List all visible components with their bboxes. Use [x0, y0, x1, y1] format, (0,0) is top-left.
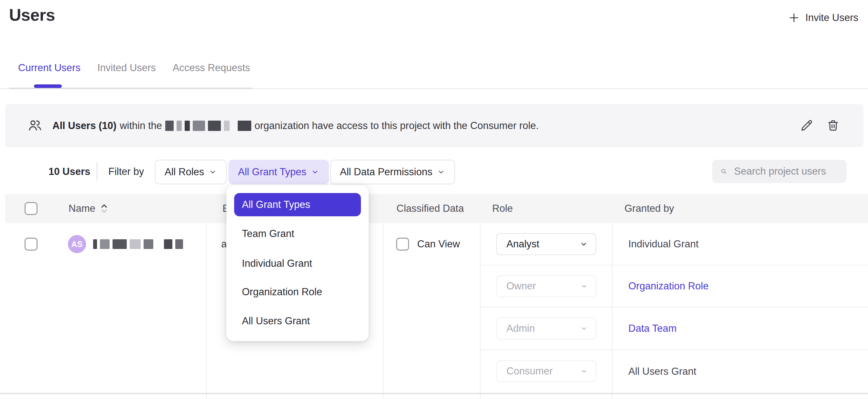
row-checkbox[interactable]: [25, 238, 37, 251]
filter-all-data-permissions-label: All Data Permissions: [340, 166, 432, 178]
filter-all-data-permissions[interactable]: All Data Permissions: [330, 160, 455, 184]
column-divider: [480, 223, 480, 393]
granted-by-value: Individual Grant: [628, 223, 699, 265]
banner-post-text: organization have access to this project…: [254, 120, 539, 132]
chevron-down-icon: [311, 168, 319, 176]
banner-pre-text: within the: [120, 120, 162, 132]
plus-icon: [788, 12, 800, 24]
edit-banner-button[interactable]: [798, 117, 815, 134]
column-header-name: Name: [68, 203, 95, 214]
banner-text: All Users (10) within the organization h…: [52, 104, 539, 147]
filter-all-grant-types[interactable]: All Grant Types: [228, 160, 329, 184]
redacted-user-name: [93, 239, 183, 249]
chevron-down-icon: [580, 240, 588, 248]
filter-all-roles-label: All Roles: [165, 166, 204, 178]
filter-all-grant-types-label: All Grant Types: [238, 166, 306, 178]
toolbar-divider: [97, 163, 97, 180]
chevron-down-icon: [209, 168, 217, 176]
search-input[interactable]: [734, 165, 838, 178]
tab-access-requests[interactable]: Access Requests: [173, 62, 250, 74]
table-header: Name Email Classified Data Role Granted …: [5, 194, 868, 223]
column-divider: [383, 394, 383, 399]
granted-by-value: All Users Grant: [628, 350, 696, 393]
role-select-analyst[interactable]: Analyst: [496, 233, 596, 255]
role-select-value: Analyst: [506, 238, 539, 250]
page-title: Users: [9, 5, 55, 25]
role-select-admin: Admin: [496, 317, 596, 339]
avatar-initials: AS: [71, 240, 83, 249]
active-tab-indicator: [34, 84, 62, 88]
column-divider: [383, 223, 383, 393]
role-select-owner: Owner: [496, 275, 596, 297]
column-divider: [206, 394, 207, 399]
chevron-down-icon: [580, 325, 588, 332]
chevron-down-icon: [580, 282, 588, 290]
sort-icon[interactable]: [100, 202, 108, 215]
users-group-icon: [27, 118, 43, 134]
role-select-value: Owner: [506, 280, 536, 292]
tab-invited-users[interactable]: Invited Users: [97, 62, 156, 74]
column-divider: [612, 394, 613, 399]
role-select-value: Consumer: [506, 365, 553, 377]
granted-by-link[interactable]: Organization Role: [628, 265, 709, 307]
search-box: [712, 160, 847, 183]
avatar: AS: [68, 235, 86, 253]
users-page: Users Invite Users Current Users Invited…: [0, 0, 868, 399]
column-divider: [612, 223, 613, 393]
redacted-org-name: [165, 121, 251, 131]
column-header-granted-by: Granted by: [624, 194, 674, 223]
column-divider: [206, 223, 207, 393]
filter-by-label: Filter by: [108, 166, 144, 178]
chevron-down-icon: [580, 367, 588, 375]
trash-icon: [826, 118, 840, 133]
invite-users-button[interactable]: Invite Users: [788, 12, 858, 24]
filter-all-roles[interactable]: All Roles: [155, 160, 227, 184]
dropdown-item-all-grant-types[interactable]: All Grant Types: [234, 193, 361, 216]
tab-bar: Current Users Invited Users Access Reque…: [18, 62, 250, 74]
user-email-fragment: a: [221, 223, 227, 265]
all-users-banner: All Users (10) within the organization h…: [5, 104, 864, 147]
banner-bold-text: All Users (10): [52, 120, 117, 132]
column-header-role: Role: [492, 194, 513, 223]
grant-types-dropdown: All Grant Types Team Grant Individual Gr…: [226, 185, 369, 341]
column-divider: [480, 394, 480, 399]
granted-by-link[interactable]: Data Team: [628, 307, 677, 350]
group-divider: [0, 393, 868, 394]
dropdown-item-individual-grant[interactable]: Individual Grant: [242, 258, 312, 269]
invite-users-label: Invite Users: [805, 12, 858, 24]
chevron-down-icon: [437, 168, 445, 176]
dropdown-item-all-users-grant[interactable]: All Users Grant: [242, 315, 310, 327]
role-select-consumer: Consumer: [496, 360, 596, 382]
role-select-value: Admin: [506, 323, 535, 334]
search-icon: [720, 165, 727, 177]
pencil-icon: [799, 118, 814, 133]
dropdown-item-organization-role[interactable]: Organization Role: [242, 286, 322, 298]
can-view-label: Can View: [417, 223, 460, 265]
column-header-classified-data: Classified Data: [397, 194, 464, 223]
tab-current-users[interactable]: Current Users: [18, 62, 81, 74]
user-count: 10 Users: [49, 166, 90, 178]
dropdown-item-label: All Grant Types: [242, 199, 310, 211]
delete-banner-button[interactable]: [825, 117, 841, 134]
can-view-checkbox[interactable]: [396, 238, 409, 251]
select-all-checkbox[interactable]: [25, 202, 37, 215]
dropdown-item-team-grant[interactable]: Team Grant: [242, 228, 294, 240]
